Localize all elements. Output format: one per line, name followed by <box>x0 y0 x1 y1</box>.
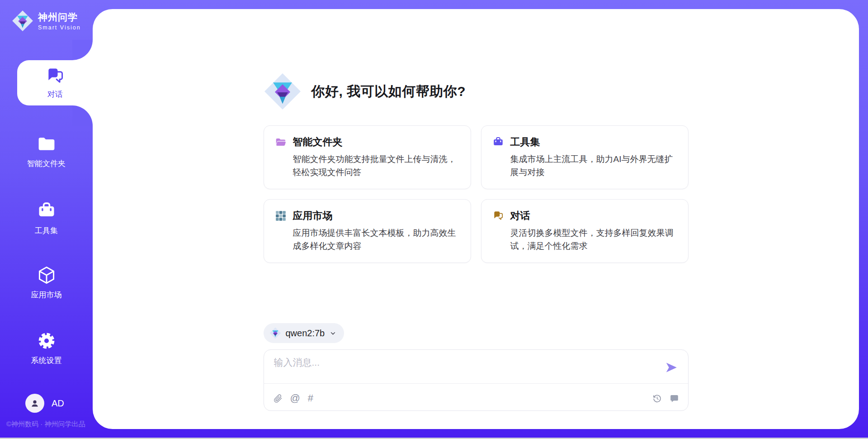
chat-bubbles-icon <box>45 66 65 86</box>
tab-fillet-top <box>72 40 93 60</box>
card-toolset[interactable]: 工具集 集成市场上主流工具，助力AI与外界无缝扩展与对接 <box>481 125 689 189</box>
sidebar-item-smart-folders[interactable]: 智能文件夹 <box>0 134 93 169</box>
toolbox-icon <box>37 201 57 221</box>
sidebar-item-label: 对话 <box>47 89 63 100</box>
mosaic-grid-icon <box>275 210 287 222</box>
card-header: 对话 <box>492 209 677 223</box>
history-icon <box>652 394 662 403</box>
brand-logo: 神州问学 Smart Vision <box>12 10 81 32</box>
sidebar-item-chat[interactable]: 对话 <box>17 60 93 105</box>
folder-icon <box>37 134 57 154</box>
sidebar-item-label: 系统设置 <box>31 355 62 366</box>
sidebar-item-toolset[interactable]: 工具集 <box>0 201 93 236</box>
card-description: 应用市场提供丰富长文本模板，助力高效生成多样化文章内容 <box>293 227 460 253</box>
message-composer: @ # <box>264 349 689 411</box>
composer-divider <box>264 383 688 384</box>
card-description: 智能文件夹功能支持批量文件上传与清洗，轻松实现文件问答 <box>293 153 460 179</box>
brand-text: 神州问学 Smart Vision <box>38 11 81 31</box>
sidebar-item-settings[interactable]: 系统设置 <box>0 331 93 366</box>
gem-model-icon <box>269 327 281 339</box>
model-selector[interactable]: qwen2:7b <box>264 323 344 343</box>
person-avatar-icon <box>29 398 40 409</box>
mention-button[interactable]: @ <box>290 393 300 403</box>
gear-icon <box>37 331 57 351</box>
chevron-down-icon <box>329 329 337 337</box>
sidebar-item-label: 智能文件夹 <box>27 158 66 169</box>
topic-button[interactable]: # <box>308 393 313 403</box>
card-smart-folders[interactable]: 智能文件夹 智能文件夹功能支持批量文件上传与清洗，轻松实现文件问答 <box>264 125 471 189</box>
toolbox-icon <box>492 136 504 148</box>
greeting-row: 你好, 我可以如何帮助你? <box>264 72 466 110</box>
user-account[interactable]: AD <box>25 394 64 413</box>
sidebar-item-app-market[interactable]: 应用市场 <box>0 265 93 300</box>
card-header: 工具集 <box>492 135 677 149</box>
sidebar-item-label: 工具集 <box>35 225 58 236</box>
card-description: 集成市场上主流工具，助力AI与外界无缝扩展与对接 <box>510 153 677 179</box>
new-chat-button[interactable] <box>670 394 679 403</box>
message-input[interactable] <box>274 356 649 380</box>
avatar <box>25 394 44 413</box>
folder-open-icon <box>275 136 287 148</box>
card-header: 智能文件夹 <box>275 135 460 149</box>
sidebar-item-label: 应用市场 <box>31 290 62 300</box>
card-header: 应用市场 <box>275 209 460 223</box>
brand-subtitle: Smart Vision <box>38 24 81 31</box>
suggestion-cards: 智能文件夹 智能文件夹功能支持批量文件上传与清洗，轻松实现文件问答 工具集 集成… <box>264 125 689 263</box>
card-chat[interactable]: 对话 灵活切换多模型文件，支持多样回复效果调试，满足个性化需求 <box>481 199 689 263</box>
chat-bubbles-icon <box>492 210 504 222</box>
gem-logo-icon <box>12 10 33 32</box>
composer-toolbar: @ # <box>273 391 679 405</box>
chat-bubble-icon <box>670 394 679 403</box>
card-title: 工具集 <box>510 135 540 149</box>
topic-symbol: # <box>308 393 313 403</box>
send-icon <box>665 361 678 374</box>
card-title: 智能文件夹 <box>293 135 343 149</box>
send-button[interactable] <box>665 361 678 374</box>
card-description: 灵活切换多模型文件，支持多样回复效果调试，满足个性化需求 <box>510 227 677 253</box>
card-app-market[interactable]: 应用市场 应用市场提供丰富长文本模板，助力高效生成多样化文章内容 <box>264 199 471 263</box>
brand-name: 神州问学 <box>38 11 81 24</box>
composer-tools-right <box>652 394 679 403</box>
user-initials: AD <box>52 398 64 409</box>
model-selected-label: qwen2:7b <box>286 328 325 339</box>
composer-tools-left: @ # <box>273 393 314 403</box>
app-root: 神州问学 Smart Vision 对话 智能文件夹 工具集 应用市场 系统设置… <box>0 0 868 439</box>
card-title: 对话 <box>510 209 530 223</box>
card-title: 应用市场 <box>293 209 333 223</box>
mention-symbol: @ <box>290 393 300 403</box>
greeting-text: 你好, 我可以如何帮助你? <box>311 82 466 101</box>
content-area: 你好, 我可以如何帮助你? 智能文件夹 智能文件夹功能支持批量文件上传与清洗，轻… <box>93 9 859 429</box>
tab-fillet-bottom <box>72 105 93 126</box>
attachment-icon <box>273 394 283 403</box>
history-button[interactable] <box>652 394 662 403</box>
copyright-text: ©神州数码 · 神州问学出品 <box>6 420 85 429</box>
gem-greeting-icon <box>264 72 302 110</box>
attach-file-button[interactable] <box>273 394 283 403</box>
cube-icon <box>37 265 57 285</box>
